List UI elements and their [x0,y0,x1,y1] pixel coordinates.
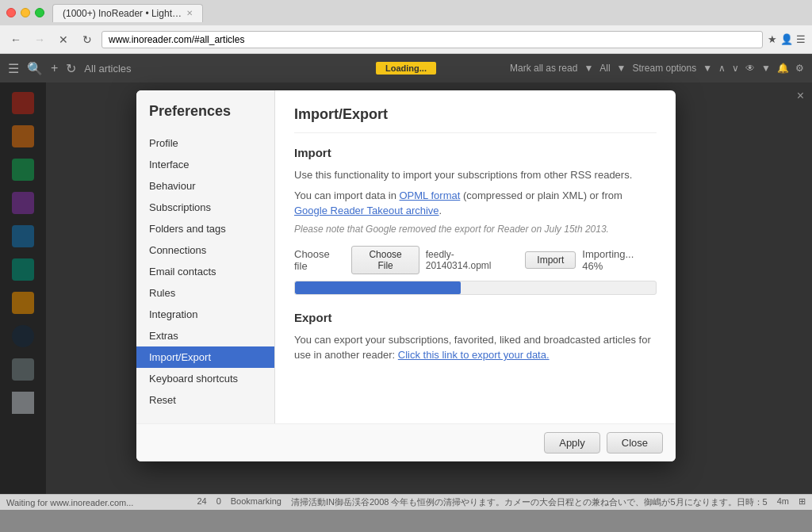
prefs-nav-import-export[interactable]: Import/Export [136,346,274,368]
export-line1: You can export your subscriptions, favor… [294,332,657,363]
status-waiting: Waiting for www.inoreader.com... [6,498,133,507]
refresh-icon[interactable]: ↻ [66,61,76,76]
import-section-title: Import [294,146,657,159]
settings-icon[interactable]: ⚙ [795,63,804,74]
add-icon[interactable]: + [51,61,58,75]
choose-file-label: Choose file [294,248,345,272]
prefs-body: Preferences Profile Interface Behaviour … [136,90,676,423]
status-count1: 24 [197,496,206,508]
choose-file-btn[interactable]: Choose File [351,246,419,274]
back-btn[interactable]: ← [6,30,25,49]
loading-badge: Loading... [376,62,436,75]
user-icon[interactable]: 👤 [780,33,793,45]
tab-close-btn[interactable]: ✕ [186,9,193,17]
prefs-nav-subscriptions[interactable]: Subscriptions [136,197,274,218]
traffic-lights [6,8,44,17]
app-toolbar: ☰ 🔍 + ↻ All articles Loading... Mark all… [0,54,812,82]
search-icon[interactable]: 🔍 [27,61,43,76]
close-window-btn[interactable] [6,8,16,17]
prefs-nav-integration[interactable]: Integration [136,304,274,325]
opml-link[interactable]: OPML format [400,189,461,201]
toolbar-right: Mark all as read ▼ All ▼ Stream options … [510,63,804,74]
url-bar[interactable] [102,31,763,48]
close-page-btn[interactable]: ✕ [54,30,73,49]
import-line2-suffix: . [439,205,442,216]
prefs-sidebar: Preferences Profile Interface Behaviour … [136,90,275,423]
prefs-title: Preferences [136,103,274,132]
progress-bar-fill [295,281,461,294]
all-articles-label: All articles [84,63,131,75]
stream-options-label[interactable]: Stream options [633,63,697,74]
all-filter-chevron-icon[interactable]: ▼ [617,63,626,74]
chevron-icon[interactable]: ▼ [761,63,771,74]
import-line2: You can import data in OPML format (comp… [294,188,657,219]
next-icon[interactable]: ∨ [732,63,739,74]
status-activity: Bookmarking [231,496,282,508]
status-right: 24 0 Bookmarking 清掃活動IN御岳渓谷2008 今年も恒例の清掃… [197,496,806,508]
status-bar: Waiting for www.inoreader.com... 24 0 Bo… [0,494,812,510]
stream-options-chevron-icon[interactable]: ▼ [703,63,712,74]
import-line2-prefix: You can import data in [294,189,400,201]
view-icon[interactable]: 👁 [745,63,755,74]
export-link[interactable]: Click this link to export your data. [398,349,550,361]
filename-text: feedly-20140314.opml [426,249,519,271]
mark-all-read-btn[interactable]: Mark all as read [510,63,577,74]
chevron-down-icon[interactable]: ▼ [584,63,593,74]
refresh-btn[interactable]: ↻ [78,30,97,49]
prefs-nav-connections[interactable]: Connections [136,239,274,261]
prefs-nav-profile[interactable]: Profile [136,132,274,154]
import-btn[interactable]: Import [525,251,576,269]
prev-icon[interactable]: ∧ [718,63,726,74]
importing-text: Importing... 46% [582,248,657,272]
prefs-nav-extras[interactable]: Extras [136,325,274,346]
prefs-nav-interface[interactable]: Interface [136,154,274,175]
preferences-dialog: Preferences Profile Interface Behaviour … [136,90,676,461]
import-row: Choose file Choose File feedly-20140314.… [294,246,657,274]
prefs-page-title: Import/Export [294,106,657,133]
nav-bar: ← → ✕ ↻ ★ 👤 ☰ [0,25,812,54]
google-reader-link[interactable]: Google Reader Takeout archive [294,205,439,216]
import-line1: Use this functionality to import your su… [294,167,657,183]
prefs-nav-email-contacts[interactable]: Email contacts [136,261,274,282]
export-section-title: Export [294,311,657,324]
notifications-icon[interactable]: 🔔 [777,63,789,74]
import-note: Please note that Google removed the expo… [294,224,657,235]
browser-nav-icons: ★ 👤 ☰ [768,33,806,45]
status-icon: ⊞ [799,496,806,508]
progress-bar-container [294,281,657,295]
prefs-nav-rules[interactable]: Rules [136,282,274,304]
main-content: Preferences Profile Interface Behaviour … [0,82,812,494]
prefs-main: × Import/Export Import Use this function… [275,90,676,423]
tab-label: (1000+) InoReader • Light… [63,8,182,19]
star-icon[interactable]: ★ [768,33,777,45]
apply-button[interactable]: Apply [544,432,600,454]
prefs-nav-reset[interactable]: Reset [136,389,274,411]
maximize-window-btn[interactable] [35,8,44,17]
status-japanese: 清掃活動IN御岳渓谷2008 今年も恒例の清掃やります。カメーの大会日程との兼ね… [291,496,768,508]
hamburger-icon[interactable]: ☰ [8,61,19,76]
modal-overlay: Preferences Profile Interface Behaviour … [0,82,812,494]
prefs-nav-keyboard-shortcuts[interactable]: Keyboard shortcuts [136,368,274,389]
forward-btn[interactable]: → [30,30,49,49]
minimize-window-btn[interactable] [21,8,30,17]
menu-icon[interactable]: ☰ [796,33,806,45]
all-filter-label[interactable]: All [599,63,610,74]
prefs-nav-folders-tags[interactable]: Folders and tags [136,218,274,239]
close-button[interactable]: Close [607,432,663,454]
browser-tab[interactable]: (1000+) InoReader • Light… ✕ [52,4,203,22]
prefs-nav-behaviour[interactable]: Behaviour [136,175,274,197]
status-time: 4m [777,496,789,508]
prefs-footer: Apply Close [136,423,676,461]
status-count2: 0 [216,496,221,508]
import-line2-middle: (compressed or plain XML) or from [460,189,622,201]
toolbar-center: Loading... [376,62,436,75]
title-bar: (1000+) InoReader • Light… ✕ [0,0,812,25]
